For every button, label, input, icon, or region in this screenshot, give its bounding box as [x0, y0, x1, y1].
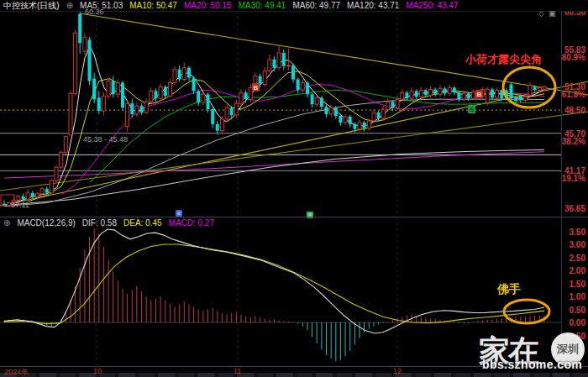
macd-settings-icon[interactable]: ⊕	[3, 217, 10, 228]
settings-icon[interactable]: ⊕	[66, 0, 73, 11]
macd-axis-label: 1.50	[570, 280, 585, 289]
high-price-label: 60.36	[85, 8, 104, 16]
breakout-note: 小荷才露尖尖角	[465, 52, 542, 67]
macd-legend-item: DIF: 0.58	[82, 217, 117, 228]
macd-legend-item: DEA: 0.45	[123, 217, 162, 228]
macd-legend-item: MACD(12,26,9)	[17, 217, 75, 228]
macd-note: 佛手	[497, 282, 521, 297]
ma-legend-item: MA250: 43.47	[406, 0, 458, 11]
macd-legend: MACD(12,26,9)DIF: 0.58DEA: 0.45MACD: 0.2…	[17, 217, 214, 228]
date-label: 10	[93, 367, 102, 375]
trade-signal-letter: S	[470, 106, 475, 113]
ma-legend-item: MA120: 43.71	[347, 0, 399, 11]
macd-axis: 3.503.002.502.001.501.000.500.00-0.50	[561, 0, 587, 377]
date-label: 11	[234, 367, 241, 375]
ma-legend: MA5: 51.03MA10: 50.47MA20: 50.15MA30: 49…	[80, 0, 459, 11]
symbol-title: 中控技术(日线)	[3, 0, 60, 11]
macd-axis-label: 3.00	[570, 240, 585, 249]
date-label: 12	[393, 367, 402, 375]
macd-legend-item: MACD: 0.27	[169, 217, 214, 228]
macd-axis-label: 2.00	[570, 266, 585, 275]
diamond-icon[interactable]: ◇	[538, 9, 544, 18]
chart-toolbar: ◇ ▣	[538, 9, 555, 18]
watermark-site: bbs.szhome.com	[482, 358, 582, 371]
watermark: 家在 深圳 bbs.szhome.com	[475, 331, 588, 377]
window-icon[interactable]: ▣	[549, 9, 556, 18]
macd-axis-label: 0.00	[570, 318, 585, 327]
ma-legend-item: MA10: 50.47	[129, 0, 177, 11]
macd-axis-label: 3.50	[570, 228, 585, 237]
ma-legend-item: MA20: 50.15	[184, 0, 232, 11]
macd-axis-label: 0.50	[570, 306, 585, 315]
stock-chart-window: BBS 中控技术(日线) ⊕ MA5: 51.03MA10: 50.47MA20…	[0, 0, 588, 377]
gap-range-label: 45.38 - 45.48	[83, 135, 128, 144]
macd-header-bar: ⊕ MACD(12,26,9)DIF: 0.58DEA: 0.45MACD: 0…	[0, 217, 588, 228]
date-label: 2024年	[4, 367, 29, 377]
macd-axis-label: 2.50	[570, 254, 585, 263]
low-price-label: ←37.11	[3, 201, 29, 209]
ma-legend-item: MA30: 49.41	[239, 0, 286, 11]
ma-legend-item: MA60: 49.77	[292, 0, 340, 11]
trade-signal-letter: B	[477, 91, 482, 98]
trade-signal-letter: B	[254, 84, 259, 92]
macd-axis-label: 1.00	[570, 292, 585, 301]
